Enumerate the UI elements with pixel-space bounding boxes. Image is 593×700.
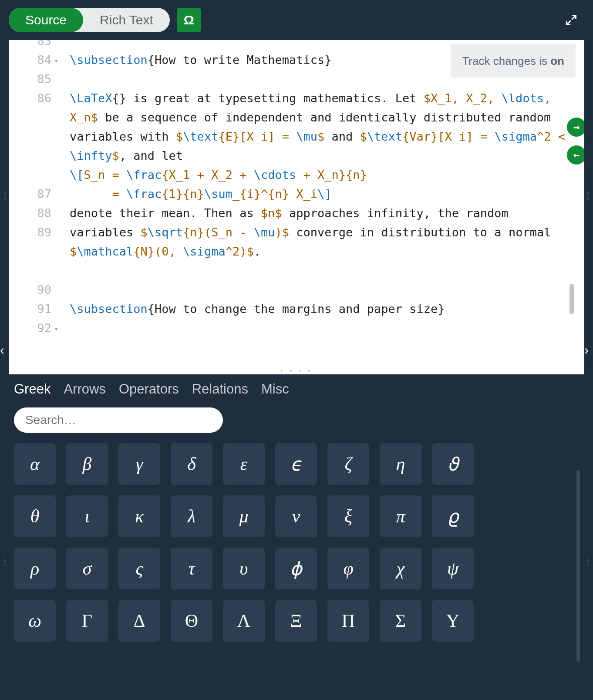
- symbol-π[interactable]: π: [380, 495, 421, 537]
- tab-misc[interactable]: Misc: [261, 381, 289, 397]
- symbol-θ[interactable]: θ: [14, 495, 56, 537]
- symbol-search-input[interactable]: [14, 407, 223, 433]
- symbol-ψ[interactable]: ψ: [432, 548, 474, 589]
- symbol-Θ[interactable]: Θ: [171, 600, 212, 642]
- panel-collapse-left-icon[interactable]: ‹: [0, 343, 9, 357]
- line-gutter: 83 84 85 86 87 88 89 90 91 92: [9, 40, 57, 338]
- symbol-Ξ[interactable]: Ξ: [275, 600, 317, 642]
- symbol-ν[interactable]: ν: [275, 495, 317, 537]
- symbol-κ[interactable]: κ: [118, 495, 160, 537]
- editor-toolbar: Source Rich Text Ω: [0, 0, 593, 40]
- symbol-Σ[interactable]: Σ: [380, 600, 421, 642]
- symbol-palette: Greek Arrows Operators Relations Misc αβ…: [0, 374, 593, 650]
- drag-handle-icon[interactable]: ••••: [3, 192, 7, 201]
- forward-change-icon[interactable]: →: [567, 118, 584, 137]
- symbol-ϱ[interactable]: ϱ: [432, 495, 474, 537]
- symbol-Υ[interactable]: Υ: [432, 600, 474, 642]
- symbol-σ[interactable]: σ: [66, 548, 108, 589]
- panel-resize-handle[interactable]: • • • •: [9, 366, 584, 374]
- tab-arrows[interactable]: Arrows: [64, 381, 105, 397]
- symbol-μ[interactable]: μ: [223, 495, 265, 537]
- symbol-ξ[interactable]: ξ: [327, 495, 369, 537]
- code-editor[interactable]: Track changes is on → ← 83 84 85 86 87 8…: [9, 40, 584, 366]
- drag-handle-icon[interactable]: ••••: [586, 557, 590, 567]
- symbol-γ[interactable]: γ: [118, 443, 160, 485]
- source-tab[interactable]: Source: [9, 8, 83, 32]
- view-mode-switcher: Source Rich Text: [9, 8, 170, 32]
- symbol-ε[interactable]: ε: [223, 443, 265, 485]
- symbol-Λ[interactable]: Λ: [223, 600, 265, 642]
- symbol-χ[interactable]: χ: [380, 548, 421, 589]
- palette-tabs: Greek Arrows Operators Relations Misc: [9, 374, 584, 405]
- symbol-ρ[interactable]: ρ: [14, 548, 56, 589]
- symbol-ω[interactable]: ω: [14, 600, 56, 642]
- symbol-grid: αβγδεϵζηϑθικλμνξπϱρσςτυϕφχψωΓΔΘΛΞΠΣΥ: [14, 443, 584, 642]
- drag-handle-icon[interactable]: ••••: [586, 192, 590, 201]
- symbol-η[interactable]: η: [380, 443, 421, 485]
- symbol-υ[interactable]: υ: [223, 548, 265, 589]
- symbol-ϑ[interactable]: ϑ: [432, 443, 474, 485]
- symbol-β[interactable]: β: [66, 443, 108, 485]
- symbol-ϵ[interactable]: ϵ: [275, 443, 317, 485]
- tab-operators[interactable]: Operators: [119, 381, 179, 397]
- symbol-ϕ[interactable]: ϕ: [275, 548, 317, 589]
- symbol-λ[interactable]: λ: [171, 495, 212, 537]
- symbol-ι[interactable]: ι: [66, 495, 108, 537]
- symbol-palette-button[interactable]: Ω: [177, 8, 201, 32]
- symbol-Γ[interactable]: Γ: [66, 600, 108, 642]
- symbol-τ[interactable]: τ: [171, 548, 212, 589]
- fullscreen-icon[interactable]: [563, 11, 580, 29]
- symbol-ς[interactable]: ς: [118, 548, 160, 589]
- back-change-icon[interactable]: ←: [567, 145, 584, 165]
- panel-collapse-right-icon[interactable]: ›: [584, 343, 593, 357]
- symbol-α[interactable]: α: [14, 443, 56, 485]
- symbol-ζ[interactable]: ζ: [327, 443, 369, 485]
- palette-scrollbar[interactable]: [576, 470, 580, 662]
- editor-scrollbar[interactable]: [569, 284, 574, 314]
- symbol-Π[interactable]: Π: [327, 600, 369, 642]
- tab-relations[interactable]: Relations: [192, 381, 248, 397]
- symbol-φ[interactable]: φ: [327, 548, 369, 589]
- code-content[interactable]: \subsection{How to write Mathematics} \L…: [70, 40, 584, 319]
- tab-greek[interactable]: Greek: [14, 381, 51, 397]
- drag-handle-icon[interactable]: ••••: [3, 557, 7, 567]
- symbol-δ[interactable]: δ: [171, 443, 212, 485]
- track-changes-badge: Track changes is on: [451, 44, 576, 77]
- rich-text-tab[interactable]: Rich Text: [83, 8, 170, 32]
- symbol-Δ[interactable]: Δ: [118, 600, 160, 642]
